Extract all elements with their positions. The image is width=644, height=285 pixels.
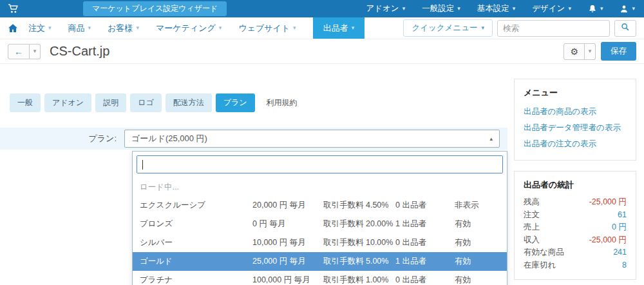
stat-label: 売上 [524, 221, 540, 234]
cart-icon[interactable] [8, 3, 19, 14]
tab-plan[interactable]: プラン [216, 93, 255, 112]
plan-name: ゴールド [140, 256, 252, 267]
nav-products-label: 商品 [68, 23, 85, 34]
nav-website-label: ウェブサイト [238, 23, 290, 34]
plan-fee: 取引手数料 5.00% [323, 256, 395, 267]
bell-icon [588, 5, 597, 14]
plan-form-row: プラン: ゴールド(25,000 円) ▴ [0, 128, 507, 150]
plan-dropdown: ロード中... エクスクルーシブ 20,000 円 毎月 取引手数料 4.50%… [132, 151, 507, 285]
chevron-down-icon: ▾ [352, 25, 355, 31]
plan-option-platinum[interactable]: プラチナ 100,000 円 毎月 取引手数料 1.00% 0 出品者 有効 [133, 271, 507, 285]
tab-description[interactable]: 説明 [95, 93, 126, 112]
stat-value[interactable]: 61 [618, 209, 627, 222]
quick-menu-label: クイックメニュー [412, 23, 477, 34]
stat-row-out-of-stock: 在庫切れ 8 [524, 259, 627, 272]
search-button[interactable] [614, 20, 636, 37]
topmenu-design[interactable]: デザイン ▾ [532, 3, 571, 14]
stat-label: 有効な商品 [524, 246, 564, 259]
plan-name: プラチナ [140, 275, 252, 285]
plan-status: 有効 [455, 275, 500, 285]
text-cursor [142, 160, 143, 170]
main-navbar: 注文 ▾ 商品 ▾ お客様 ▾ マーケティング ▾ ウェブサイト ▾ 出品者 ▾… [0, 17, 644, 39]
link-vendor-admins[interactable]: 出品者データ管理者の表示 [524, 120, 627, 136]
plan-option-silver[interactable]: シルバー 10,000 円 毎月 取引手数料 10.00% 0 出品者 有効 [133, 233, 507, 252]
settings-split-button: ⚙ ▾ [564, 43, 596, 60]
settings-button[interactable]: ⚙ [564, 43, 585, 60]
plan-fee: 取引手数料 1.00% [323, 275, 395, 285]
main-column: 一般 アドオン 説明 ロゴ 配送方法 プラン 利用規約 プラン: ゴールド(25… [0, 64, 514, 285]
nav-vendors[interactable]: 出品者 ▾ [313, 17, 365, 39]
plan-price: 25,000 円 毎月 [252, 256, 323, 267]
nav-website[interactable]: ウェブサイト ▾ [238, 17, 296, 39]
chevron-down-icon: ▾ [88, 25, 91, 31]
loading-text: ロード中... [133, 177, 507, 196]
chevron-down-icon: ▾ [293, 25, 296, 31]
plan-option-exclusive[interactable]: エクスクルーシブ 20,000 円 毎月 取引手数料 4.50% 0 出品者 非… [133, 196, 507, 215]
tab-shipping-methods[interactable]: 配送方法 [166, 93, 212, 112]
plan-vendors: 1 出品者 [395, 219, 455, 230]
plan-fee: 取引手数料 4.50% [323, 200, 395, 211]
save-button[interactable]: 保存 [601, 42, 636, 61]
tab-addons[interactable]: アドオン [44, 93, 91, 112]
plan-option-bronze[interactable]: ブロンズ 0 円 毎月 取引手数料 20.00% 1 出品者 有効 [133, 215, 507, 233]
quick-menu-button[interactable]: クイックメニュー ▾ [403, 19, 493, 37]
plan-label: プラン: [0, 133, 124, 144]
chevron-down-icon: ▾ [568, 6, 571, 12]
chevron-down-icon: ▾ [136, 25, 139, 31]
stat-row-balance: 残高 -25,000 円 [524, 196, 627, 209]
plan-vendors: 1 出品者 [395, 256, 455, 267]
plan-filter-input[interactable] [137, 156, 502, 173]
plan-vendors: 0 出品者 [395, 237, 455, 248]
page-title: CS-Cart.jp [50, 44, 109, 59]
nav-home[interactable] [8, 17, 18, 39]
account-menu[interactable]: ▾ [620, 5, 635, 14]
tab-terms[interactable]: 利用規約 [259, 93, 305, 112]
stat-value[interactable]: 0 円 [612, 221, 627, 234]
chevron-down-icon: ▾ [632, 6, 635, 12]
back-dropdown-button[interactable]: ▾ [30, 44, 41, 59]
topmenu-basic-settings[interactable]: 基本設定 ▾ [477, 3, 516, 14]
nav-customers[interactable]: お客様 ▾ [108, 17, 139, 39]
link-vendor-products[interactable]: 出品者の商品の表示 [524, 104, 627, 120]
plan-status: 有効 [455, 256, 500, 267]
settings-dropdown-button[interactable]: ▾ [585, 43, 596, 60]
tab-logo[interactable]: ロゴ [130, 93, 162, 112]
stat-label: 残高 [524, 196, 540, 209]
chevron-down-icon: ▾ [457, 6, 460, 12]
marketplace-wizard-button[interactable]: マーケットプレイス設定ウィザード [83, 1, 227, 16]
link-vendor-orders[interactable]: 出品者の注文の表示 [524, 136, 627, 152]
sidebar-stats-box: 出品者の統計 残高 -25,000 円 注文 61 売上 0 円 収入 -25,… [514, 171, 636, 280]
gear-icon: ⚙ [570, 47, 578, 56]
plan-name: シルバー [140, 237, 252, 248]
plan-price: 20,000 円 毎月 [252, 200, 323, 211]
chevron-down-icon: ▾ [589, 48, 592, 54]
topmenu-design-label: デザイン [532, 3, 565, 14]
search-input[interactable] [497, 20, 610, 37]
nav-vendors-label: 出品者 [323, 23, 348, 34]
chevron-down-icon: ▾ [600, 6, 603, 12]
plan-name: ブロンズ [140, 219, 252, 230]
plan-filter-field [137, 155, 503, 173]
topmenu-addons[interactable]: アドオン ▾ [366, 3, 405, 14]
page-header: ← ▾ CS-Cart.jp ⚙ ▾ 保存 [0, 39, 644, 64]
stat-row-orders: 注文 61 [524, 209, 627, 222]
sidebar-menu-box: メニュー 出品者の商品の表示 出品者データ管理者の表示 出品者の注文の表示 [514, 79, 636, 161]
plan-option-gold[interactable]: ゴールド 25,000 円 毎月 取引手数料 5.00% 1 出品者 有効 [133, 252, 507, 271]
nav-orders[interactable]: 注文 ▾ [28, 17, 52, 39]
chevron-down-icon: ▾ [402, 6, 406, 12]
nav-products[interactable]: 商品 ▾ [68, 17, 91, 39]
user-icon [620, 5, 629, 14]
topmenu-general-settings[interactable]: 一般設定 ▾ [422, 3, 460, 14]
nav-marketing[interactable]: マーケティング ▾ [156, 17, 222, 39]
tab-general[interactable]: 一般 [10, 93, 41, 112]
notifications-menu[interactable]: ▾ [588, 5, 603, 14]
stat-value[interactable]: 8 [622, 259, 627, 272]
stat-value[interactable]: 241 [613, 246, 627, 259]
sidebar-stats-title: 出品者の統計 [524, 179, 627, 191]
back-button[interactable]: ← [8, 44, 30, 59]
plan-select[interactable]: ゴールド(25,000 円) ▴ [124, 130, 500, 148]
stat-label: 在庫切れ [524, 259, 556, 272]
nav-customers-label: お客様 [108, 23, 133, 34]
admin-topbar: マーケットプレイス設定ウィザード アドオン ▾ 一般設定 ▾ 基本設定 ▾ デザ… [0, 0, 644, 17]
plan-price: 10,000 円 毎月 [252, 237, 323, 248]
